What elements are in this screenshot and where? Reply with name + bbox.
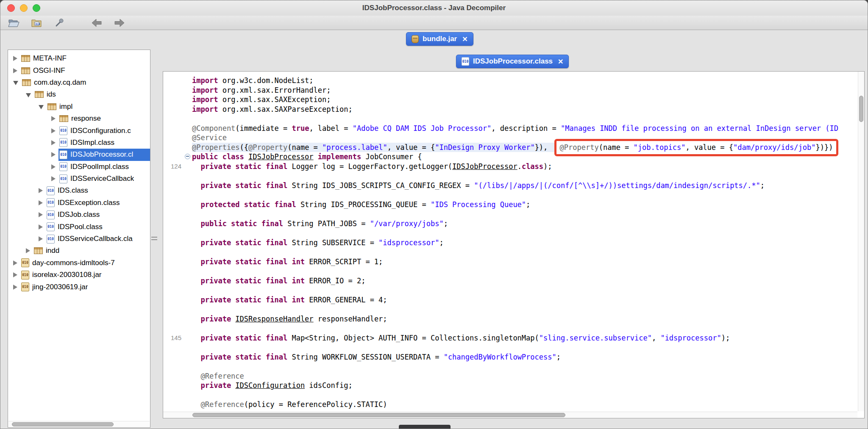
tree-item-label: IDSServiceCallback (70, 174, 134, 183)
scrollbar-thumb[interactable] (12, 422, 114, 426)
chevron-down-icon[interactable] (39, 105, 44, 109)
fold-gutter (184, 200, 192, 210)
tree-item-idsservicecallback-cla[interactable]: 010IDSServiceCallback.cla (8, 233, 150, 245)
type-link[interactable]: IDSResponseHandler (235, 315, 313, 323)
class-icon: 010 (47, 235, 55, 244)
code-token: @Property (560, 143, 599, 152)
tree-item-body: impl (47, 101, 150, 113)
code-text: @Service (192, 133, 227, 143)
chevron-down-icon[interactable] (13, 81, 18, 85)
tab-idsjobprocessor-class[interactable]: 010 IDSJobProcessor.class ✕ (456, 55, 569, 68)
code-text: public static final String PATH_JOBS = "… (192, 219, 448, 229)
minimize-button[interactable] (20, 4, 28, 12)
chevron-right-icon[interactable] (39, 200, 43, 205)
code-token: org.w3c.dom.NodeList; (223, 76, 314, 85)
scrollbar-thumb[interactable] (192, 413, 565, 417)
tree-item-idsjob-class[interactable]: 010IDSJob.class (8, 209, 150, 221)
tree-item-label: IDS.class (58, 186, 88, 195)
close-tab-icon[interactable]: ✕ (558, 58, 563, 66)
code-horizontal-scrollbar[interactable] (163, 412, 857, 418)
tree-item-idspool-class[interactable]: 010IDSPool.class (8, 221, 150, 232)
line-number (163, 143, 184, 152)
code-line (163, 247, 857, 257)
tree-horizontal-scrollbar[interactable] (8, 421, 150, 427)
code-text: private IDSResponseHandler responseHandl… (192, 314, 387, 324)
pin-button[interactable] (53, 17, 66, 29)
chevron-right-icon[interactable] (39, 212, 43, 217)
chevron-down-icon[interactable] (26, 93, 31, 97)
code-token: private (192, 315, 235, 323)
tree-item-isorelax-20030108-jar[interactable]: 010isorelax-20030108.jar (8, 269, 150, 281)
toolbar: 010 (0, 16, 868, 30)
chevron-right-icon[interactable] (39, 188, 43, 193)
type-link[interactable]: IDSJobProcessor (452, 162, 517, 171)
tree-item-impl[interactable]: impl (8, 101, 150, 113)
line-number (163, 238, 184, 248)
chevron-right-icon[interactable] (39, 236, 43, 241)
chevron-right-icon[interactable] (51, 128, 56, 133)
code-token: private static final (192, 238, 287, 247)
tree-item-meta-inf[interactable]: META-INF (8, 53, 150, 64)
chevron-right-icon[interactable] (26, 248, 30, 253)
tree-item-jing-20030619-jar[interactable]: 010jing-20030619.jar (8, 281, 150, 293)
fold-gutter (184, 295, 192, 305)
collapse-fold-icon[interactable] (185, 154, 190, 159)
back-button[interactable] (90, 17, 103, 29)
tab-bundle-jar[interactable]: bundle.jar ✕ (406, 32, 473, 46)
tree-item-idsjobprocessor-cl[interactable]: 010IDSJobProcessor.cl (8, 149, 150, 161)
splitter-grip[interactable] (151, 237, 157, 242)
line-number (163, 314, 184, 324)
tree-item-day-commons-idmltools-7[interactable]: 010day-commons-idmltools-7 (8, 257, 150, 269)
forward-button[interactable] (113, 17, 126, 29)
chevron-right-icon[interactable] (51, 176, 56, 181)
chevron-right-icon[interactable] (13, 272, 17, 277)
chevron-right-icon[interactable] (13, 285, 17, 290)
code-text: import org.xml.sax.ErrorHandler; (192, 86, 331, 95)
tree-item-idspoolimpl-class[interactable]: 010IDSPoolImpl.class (8, 161, 150, 173)
type-link[interactable]: IDSConfiguration (235, 381, 305, 390)
code-token: }), (535, 143, 552, 152)
tree-item-label: IDSServiceCallback.cla (58, 235, 133, 243)
chevron-right-icon[interactable] (51, 140, 56, 145)
package-icon (59, 115, 68, 122)
code-token: ERROR_GENERAL = 4; (305, 296, 387, 304)
tree-item-osgi-inf[interactable]: OSGI-INF (8, 64, 150, 76)
chevron-right-icon[interactable] (51, 164, 56, 169)
chevron-right-icon[interactable] (13, 260, 17, 266)
zoom-button[interactable] (33, 4, 40, 12)
tree-item-idsconfiguration-c[interactable]: 010IDSConfiguration.c (8, 125, 150, 136)
code-vertical-scrollbar[interactable] (858, 72, 864, 411)
close-tab-icon[interactable]: ✕ (462, 35, 467, 43)
line-number (163, 362, 184, 371)
tree-item-com-day-cq-dam[interactable]: com.day.cq.dam (8, 77, 150, 89)
code-token: , label = (309, 124, 352, 133)
tree-item-body: com.day.cq.dam (21, 77, 150, 89)
chevron-right-icon[interactable] (13, 56, 17, 61)
code-text: private IDSConfiguration idsConfig; (192, 381, 353, 390)
code-token: ); (721, 334, 730, 342)
tree-item-idsservicecallback[interactable]: 010IDSServiceCallback (8, 173, 150, 185)
chevron-right-icon[interactable] (51, 116, 56, 121)
open-file-button[interactable] (7, 17, 20, 29)
code-token: private static final int (192, 277, 305, 285)
scrollbar-thumb[interactable] (859, 96, 863, 122)
tree-item-ids-class[interactable]: 010IDS.class (8, 185, 150, 197)
tree-item-ids[interactable]: ids (8, 89, 150, 100)
type-link[interactable]: IDSJobProcessor (248, 152, 314, 161)
tree-item-body: OSGI-INF (20, 64, 150, 76)
code-line: 124 private static final Logger log = Lo… (163, 162, 857, 172)
fold-gutter (184, 124, 192, 133)
chevron-right-icon[interactable] (51, 152, 56, 157)
chevron-right-icon[interactable] (39, 224, 43, 230)
line-number (163, 343, 184, 352)
chevron-right-icon[interactable] (13, 68, 17, 73)
tree-item-indd[interactable]: indd (8, 245, 150, 257)
tree-item-label: day-commons-idmltools-7 (32, 259, 115, 267)
open-type-button[interactable]: 010 (30, 17, 43, 29)
close-button[interactable] (7, 4, 15, 12)
fold-gutter (184, 86, 192, 95)
tree-item-idsexception-class[interactable]: 010IDSException.class (8, 197, 150, 209)
tree-item-response[interactable]: response (8, 113, 150, 125)
code-line: import org.xml.sax.ErrorHandler; (163, 86, 857, 95)
tree-item-idsimpl-class[interactable]: 010IDSImpl.class (8, 137, 150, 149)
